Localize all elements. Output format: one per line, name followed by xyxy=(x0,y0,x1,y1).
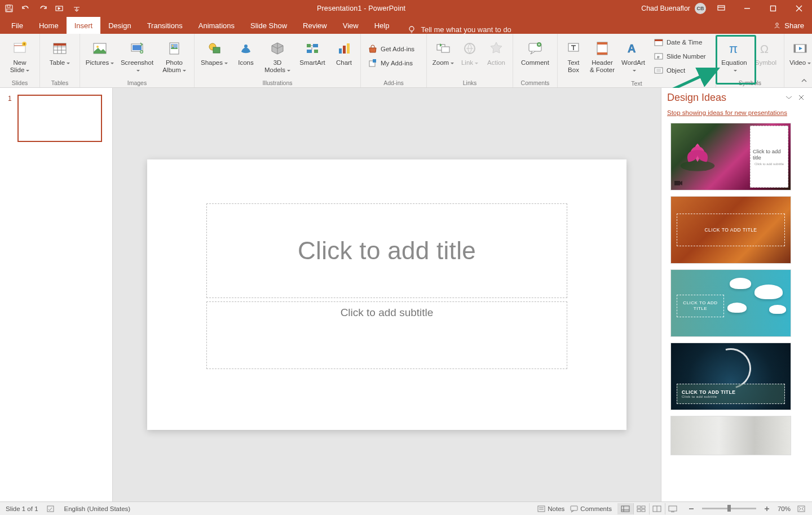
svg-rect-4 xyxy=(718,6,725,10)
stop-showing-ideas-link[interactable]: Stop showing ideas for new presentations xyxy=(661,107,812,121)
chart-icon xyxy=(335,39,353,57)
svg-text:#: # xyxy=(657,55,660,60)
photo-album-button[interactable]: Photo Album xyxy=(158,38,191,75)
slideshow-view-button[interactable] xyxy=(665,503,681,514)
zoom-in-button[interactable] xyxy=(762,504,772,513)
slide-thumbnails-pane[interactable]: 1 xyxy=(0,88,113,501)
pictures-button[interactable]: Pictures xyxy=(83,38,116,75)
tab-review[interactable]: Review xyxy=(295,17,335,34)
title-placeholder[interactable]: Click to add title xyxy=(206,203,567,298)
svg-point-21 xyxy=(244,45,248,48)
wordart-button[interactable]: A WordArt xyxy=(619,38,648,75)
chart-button[interactable]: Chart xyxy=(331,38,357,75)
zoom-out-button[interactable] xyxy=(686,504,696,513)
zoom-level[interactable]: 70% xyxy=(778,505,791,512)
tab-animations[interactable]: Animations xyxy=(191,17,242,34)
tab-insert[interactable]: Insert xyxy=(67,17,101,34)
screenshot-button[interactable]: Screenshot xyxy=(118,38,156,75)
spellcheck-icon[interactable] xyxy=(46,504,56,513)
pane-title: Design Ideas xyxy=(667,92,782,104)
maximize-button[interactable] xyxy=(760,0,786,17)
design-idea-4[interactable]: CLICK TO ADD TITLE Click to add subtitle xyxy=(670,343,791,410)
tab-view[interactable]: View xyxy=(335,17,367,34)
undo-button[interactable] xyxy=(21,4,30,13)
share-icon xyxy=(773,21,781,29)
object-button[interactable]: Object xyxy=(652,64,710,77)
header-footer-button[interactable]: Header & Footer xyxy=(588,38,616,75)
customize-qat-button[interactable] xyxy=(72,4,81,13)
redo-button[interactable] xyxy=(38,4,47,13)
notes-button[interactable]: Notes xyxy=(537,504,564,513)
svg-rect-64 xyxy=(642,509,645,512)
action-button[interactable]: Action xyxy=(483,38,509,75)
icons-button[interactable]: Icons xyxy=(233,38,259,75)
table-button[interactable]: Table xyxy=(43,38,76,75)
share-button[interactable]: Share xyxy=(765,17,812,34)
ribbon-display-options-button[interactable] xyxy=(708,0,734,17)
statusbar: Slide 1 of 1 English (United States) Not… xyxy=(0,501,812,515)
shapes-button[interactable]: Shapes xyxy=(198,38,231,75)
svg-rect-58 xyxy=(538,506,545,512)
minimize-button[interactable] xyxy=(734,0,760,17)
save-button[interactable] xyxy=(5,4,14,13)
svg-rect-67 xyxy=(671,512,674,512)
date-time-button[interactable]: Date & Time xyxy=(652,36,710,48)
normal-view-button[interactable] xyxy=(617,503,633,514)
reading-view-button[interactable] xyxy=(649,503,665,514)
comment-button[interactable]: Comment xyxy=(517,38,554,75)
video-button[interactable]: Video xyxy=(788,38,812,75)
svg-rect-26 xyxy=(339,48,342,54)
svg-rect-57 xyxy=(47,506,54,512)
symbol-button[interactable]: Ω Symbol xyxy=(751,38,780,75)
zoom-button[interactable]: Zoom xyxy=(430,38,456,75)
svg-rect-27 xyxy=(343,46,346,54)
svg-rect-68 xyxy=(798,506,805,512)
equation-button[interactable]: π Equation xyxy=(720,38,749,75)
group-label-addins: Add-ins xyxy=(361,78,426,87)
design-idea-3[interactable]: CLICK TO ADD TITLE xyxy=(670,269,791,337)
link-button[interactable]: Link xyxy=(458,38,481,75)
start-from-beginning-button[interactable] xyxy=(55,4,64,13)
design-idea-5[interactable] xyxy=(670,416,791,455)
design-idea-1[interactable]: Click to add title Click to add subtitle xyxy=(670,123,791,190)
slide[interactable]: Click to add title Click to add subtitle xyxy=(147,159,626,430)
subtitle-placeholder[interactable]: Click to add subtitle xyxy=(206,301,567,369)
slide-thumbnail-1[interactable] xyxy=(17,95,102,142)
language-indicator[interactable]: English (United States) xyxy=(64,505,131,512)
new-slide-button[interactable]: New Slide xyxy=(3,38,36,75)
view-buttons xyxy=(617,503,681,514)
smartart-button[interactable]: SmartArt xyxy=(296,38,329,75)
svg-rect-39 xyxy=(597,52,607,55)
comments-icon xyxy=(570,505,578,513)
3d-models-button[interactable]: 3D Models xyxy=(261,38,294,75)
avatar: CB xyxy=(695,3,706,14)
fit-to-window-button[interactable] xyxy=(796,504,806,513)
video-icon xyxy=(791,39,809,57)
collapse-ribbon-button[interactable] xyxy=(801,77,809,85)
text-box-button[interactable]: Text Box xyxy=(561,38,586,75)
slide-sorter-view-button[interactable] xyxy=(633,503,649,514)
tab-transitions[interactable]: Transitions xyxy=(139,17,191,34)
slide-canvas-area[interactable]: Click to add title Click to add subtitle xyxy=(113,88,661,501)
comments-button[interactable]: Comments xyxy=(570,504,612,513)
tab-help[interactable]: Help xyxy=(367,17,398,34)
tell-me-search[interactable]: Tell me what you want to do xyxy=(397,25,511,34)
pane-options-button[interactable] xyxy=(784,92,794,103)
design-idea-2[interactable]: CLICK TO ADD TITLE xyxy=(670,196,791,264)
pane-close-button[interactable] xyxy=(796,92,806,103)
subtitle-placeholder-text: Click to add subtitle xyxy=(341,307,434,319)
my-addins-button[interactable]: My Add-ins xyxy=(367,57,421,69)
zoom-slider[interactable] xyxy=(702,508,756,509)
get-addins-button[interactable]: Get Add-ins xyxy=(367,43,421,55)
tab-file[interactable]: File xyxy=(3,17,31,34)
tab-slideshow[interactable]: Slide Show xyxy=(242,17,295,34)
account-area[interactable]: Chad Buenaflor CB xyxy=(641,3,708,14)
notes-icon xyxy=(537,505,545,513)
tab-design[interactable]: Design xyxy=(100,17,139,34)
object-icon xyxy=(654,66,663,75)
slide-number-button[interactable]: #Slide Number xyxy=(652,50,710,63)
close-button[interactable] xyxy=(786,0,812,17)
tab-home[interactable]: Home xyxy=(31,17,67,34)
svg-point-12 xyxy=(96,46,99,48)
group-label-slides: Slides xyxy=(0,78,39,87)
